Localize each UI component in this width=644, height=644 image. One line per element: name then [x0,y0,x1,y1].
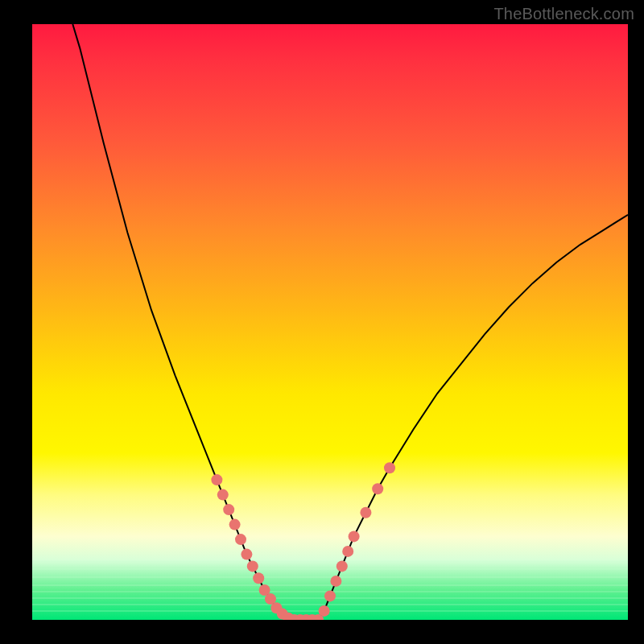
watermark-text: TheBottleneck.com [493,5,634,23]
data-points-group [211,462,395,620]
data-point [223,504,234,515]
chart-plot-area [32,24,628,620]
data-point [241,549,252,560]
chart-svg [32,24,628,620]
data-point [330,576,341,587]
data-point [211,474,222,485]
bottleneck-curve [72,24,628,620]
data-point [247,560,258,572]
data-point [324,590,336,601]
data-point [319,605,330,617]
data-point [384,462,395,473]
data-point [342,546,353,557]
data-point [360,507,371,518]
data-point [372,483,383,494]
data-point [229,519,241,530]
data-point [217,489,229,501]
data-point [336,560,348,572]
data-point [235,534,246,545]
data-point [253,572,264,584]
data-point [349,530,360,542]
